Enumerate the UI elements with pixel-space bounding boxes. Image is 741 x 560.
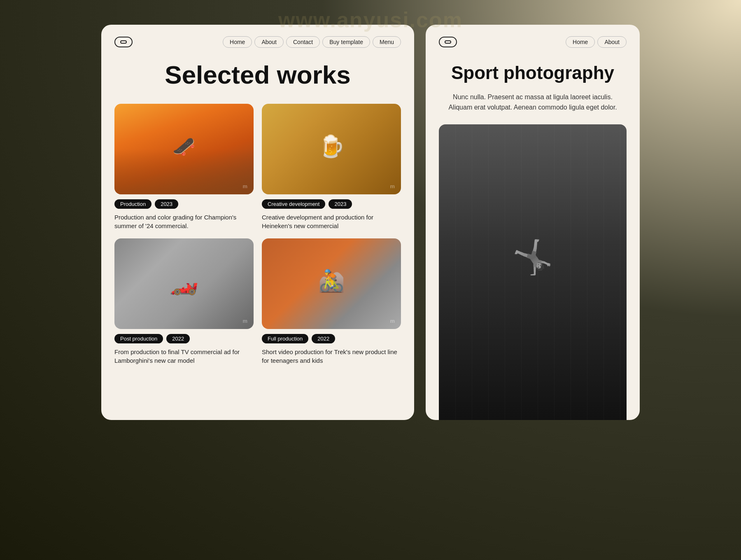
work-tags-4: Full production 2022: [262, 334, 401, 343]
right-panel: Home About Sport photography Nunc nulla.…: [426, 25, 640, 420]
nav-buy-template[interactable]: Buy template: [322, 36, 370, 48]
left-panel: Home About Contact Buy template Menu Sel…: [101, 25, 414, 420]
right-nav-links: Home About: [566, 36, 627, 48]
right-logo-inner: [445, 40, 451, 44]
section-desc: Nunc nulla. Praesent ac massa at ligula …: [439, 92, 627, 113]
section-title: Sport photography: [439, 63, 627, 84]
work-tags-2: Creative development 2023: [262, 199, 401, 209]
work-desc-4: Short video production for Trek's new pr…: [262, 348, 401, 365]
nav-home[interactable]: Home: [223, 36, 252, 48]
panels-container: Home About Contact Buy template Menu Sel…: [0, 0, 741, 560]
work-item-3: m Post production 2022 From production t…: [114, 238, 254, 365]
work-desc-2: Creative development and production for …: [262, 213, 401, 230]
nav-contact[interactable]: Contact: [286, 36, 320, 48]
tag-creative-dev: Creative development: [262, 199, 325, 209]
work-image-skate: m: [114, 104, 254, 194]
nav-about[interactable]: About: [254, 36, 284, 48]
logo[interactable]: [114, 37, 133, 47]
right-nav-about[interactable]: About: [597, 36, 627, 48]
right-nav-home[interactable]: Home: [566, 36, 595, 48]
tag-year-2022: 2022: [166, 334, 190, 343]
right-nav: Home About: [439, 36, 627, 48]
logo-inner: [120, 40, 127, 44]
work-item-4: m Full production 2022 Short video produ…: [262, 238, 401, 365]
img-watermark-3: m: [242, 318, 248, 324]
right-logo[interactable]: [439, 37, 457, 47]
tag-year-2023b: 2023: [329, 199, 352, 209]
img-watermark-1: m: [242, 183, 248, 189]
work-item-2: m Creative development 2023 Creative dev…: [262, 104, 401, 230]
tag-production: Production: [114, 199, 151, 209]
work-image-bike: m: [262, 238, 401, 329]
tag-full-prod: Full production: [262, 334, 308, 343]
work-desc-3: From production to final TV commercial a…: [114, 348, 254, 365]
work-tags-1: Production 2023: [114, 199, 254, 209]
tag-year-2023: 2023: [155, 199, 178, 209]
work-tags-3: Post production 2022: [114, 334, 254, 343]
work-image-lambo: m: [114, 238, 254, 329]
left-nav: Home About Contact Buy template Menu: [114, 36, 401, 48]
page-title: Selected works: [114, 61, 401, 89]
nav-menu[interactable]: Menu: [373, 36, 401, 48]
nav-links: Home About Contact Buy template Menu: [223, 36, 401, 48]
img-watermark-2: m: [390, 183, 395, 189]
works-grid: m Production 2023 Production and color g…: [114, 104, 401, 365]
work-desc-1: Production and color grading for Champio…: [114, 213, 254, 230]
tag-post-prod: Post production: [114, 334, 163, 343]
work-item-1: m Production 2023 Production and color g…: [114, 104, 254, 230]
work-image-beer: m: [262, 104, 401, 194]
tag-year-2022b: 2022: [312, 334, 335, 343]
img-watermark-4: m: [390, 318, 395, 324]
sport-photo: [439, 124, 627, 420]
